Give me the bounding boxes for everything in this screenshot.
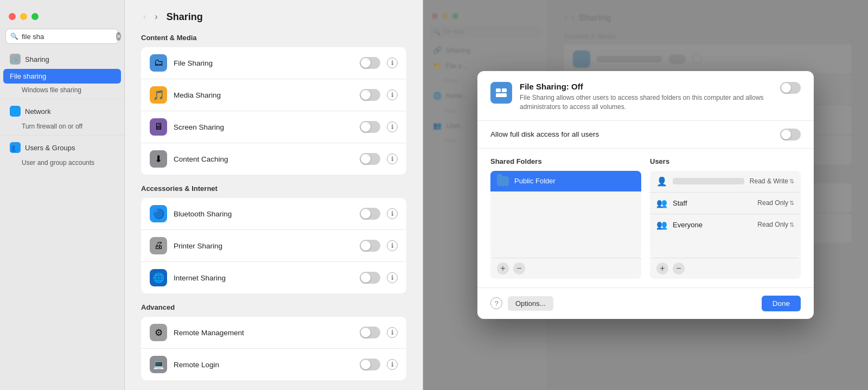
sidebar-sub-firewall-label: Turn firewall on or off	[22, 123, 82, 130]
modal-disk-toggle[interactable]	[780, 129, 801, 140]
page-title: Sharing	[167, 11, 203, 23]
remote-login-info-btn[interactable]: ℹ	[387, 359, 398, 370]
staff-stepper-icon: ⇅	[789, 200, 794, 206]
sidebar-sub-windows-file-sharing[interactable]: Windows file sharing	[0, 85, 124, 95]
add-shared-folder-button[interactable]: +	[497, 263, 509, 274]
sidebar-item-sharing[interactable]: 🔗 Sharing	[3, 50, 121, 68]
file-sharing-icon: 🗂	[150, 54, 167, 72]
remote-login-row[interactable]: 💻 Remote Login ℹ	[141, 349, 406, 380]
modal-footer: ? Options... Done	[477, 287, 814, 319]
done-button[interactable]: Done	[762, 296, 801, 311]
file-sharing-info-btn[interactable]: ℹ	[387, 57, 398, 68]
screen-sharing-icon: 🖥	[150, 118, 167, 136]
modal-overlay: File Sharing: Off File Sharing allows ot…	[423, 0, 868, 390]
sidebar-item-network-label: Network	[25, 107, 51, 116]
media-sharing-info-btn[interactable]: ℹ	[387, 89, 398, 100]
single-user-icon: 👤	[656, 176, 667, 187]
content-caching-info-btn[interactable]: ℹ	[387, 154, 398, 164]
bluetooth-sharing-toggle[interactable]	[360, 208, 380, 220]
staff-icon: 👥	[656, 198, 667, 208]
options-button[interactable]: Options...	[508, 296, 553, 311]
search-icon: 🔍	[10, 33, 18, 40]
remove-user-button[interactable]: −	[673, 263, 685, 274]
public-folder-item[interactable]: Public Folder	[490, 171, 641, 191]
search-input[interactable]	[22, 33, 113, 41]
modal-title: File Sharing: Off	[520, 82, 773, 91]
printer-sharing-row[interactable]: 🖨 Printer Sharing ℹ	[141, 230, 406, 262]
user1-item[interactable]: 👤 Read & Write ⇅	[650, 171, 801, 193]
close-button[interactable]	[9, 13, 16, 20]
shared-folders-actions: + −	[490, 258, 641, 279]
content-caching-toggle[interactable]	[360, 153, 380, 165]
shared-folders-header: Shared Folders	[490, 157, 641, 165]
modal-main-toggle[interactable]	[780, 82, 801, 94]
printer-sharing-info-btn[interactable]: ℹ	[387, 240, 398, 251]
internet-sharing-toggle[interactable]	[360, 272, 380, 284]
file-sharing-toggle[interactable]	[360, 57, 380, 69]
printer-sharing-toggle[interactable]	[360, 240, 380, 252]
everyone-item[interactable]: 👥 Everyone Read Only ⇅	[650, 214, 801, 235]
internet-sharing-row[interactable]: 🌐 Internet Sharing ℹ	[141, 262, 406, 293]
main-content: ‹ › Sharing Content & Media 🗂 File Shari…	[125, 0, 423, 390]
remote-management-info-btn[interactable]: ℹ	[387, 327, 398, 338]
public-folder-label: Public Folder	[514, 177, 635, 185]
everyone-permission-label: Read Only	[757, 221, 788, 228]
screen-sharing-toggle[interactable]	[360, 121, 380, 133]
sidebar-item-sharing-label: Sharing	[25, 55, 49, 63]
internet-sharing-label: Internet Sharing	[174, 274, 353, 282]
everyone-label: Everyone	[673, 221, 752, 229]
media-sharing-row[interactable]: 🎵 Media Sharing ℹ	[141, 79, 406, 111]
modal-body: Shared Folders Public Folder + − Users	[477, 149, 814, 287]
advanced-list: ⚙ Remote Management ℹ 💻 Remote Login ℹ	[141, 317, 406, 380]
accessories-internet-list: 🔵 Bluetooth Sharing ℹ 🖨 Printer Sharing …	[141, 198, 406, 293]
maximize-button[interactable]	[31, 13, 39, 20]
search-box[interactable]: 🔍 ✕	[5, 29, 119, 44]
bluetooth-sharing-info-btn[interactable]: ℹ	[387, 208, 398, 219]
modal-description: File Sharing allows other users to acces…	[520, 93, 773, 112]
media-sharing-label: Media Sharing	[174, 91, 353, 99]
printer-sharing-label: Printer Sharing	[174, 242, 353, 250]
screen-sharing-row[interactable]: 🖥 Screen Sharing ℹ	[141, 111, 406, 143]
nav-forward-button[interactable]: ›	[152, 11, 159, 23]
remote-login-toggle[interactable]	[360, 359, 380, 370]
remote-management-icon: ⚙	[150, 324, 167, 341]
content-media-list: 🗂 File Sharing ℹ 🎵 Media Sharing ℹ 🖥 Scr…	[141, 47, 406, 175]
screen-sharing-label: Screen Sharing	[174, 123, 353, 131]
remote-management-toggle[interactable]	[360, 327, 380, 338]
help-button[interactable]: ?	[490, 297, 502, 309]
screen-sharing-info-btn[interactable]: ℹ	[387, 122, 398, 132]
users-header: Users	[650, 157, 801, 165]
users-actions: + −	[650, 258, 801, 279]
svg-rect-1	[496, 93, 507, 97]
nav-back-button[interactable]: ‹	[141, 11, 148, 23]
window-controls	[0, 7, 124, 29]
bluetooth-icon: 🔵	[150, 205, 167, 222]
svg-rect-2	[502, 88, 507, 92]
remote-management-row[interactable]: ⚙ Remote Management ℹ	[141, 317, 406, 349]
everyone-permission[interactable]: Read Only ⇅	[757, 221, 794, 228]
everyone-stepper-icon: ⇅	[789, 222, 794, 228]
modal-disk-access-label: Allow full disk access for all users	[490, 130, 599, 138]
media-sharing-toggle[interactable]	[360, 89, 380, 101]
sidebar-item-users-groups[interactable]: 👥 Users & Groups	[3, 139, 121, 156]
user1-permission[interactable]: Read & Write ⇅	[750, 177, 794, 185]
add-user-button[interactable]: +	[656, 263, 668, 274]
remove-shared-folder-button[interactable]: −	[513, 263, 525, 274]
sidebar-item-file-sharing[interactable]: File sharing	[3, 69, 121, 84]
staff-item[interactable]: 👥 Staff Read Only ⇅	[650, 193, 801, 214]
sidebar-item-network[interactable]: 🌐 Network	[3, 103, 121, 120]
content-caching-row[interactable]: ⬇ Content Caching ℹ	[141, 143, 406, 175]
modal-header: File Sharing: Off File Sharing allows ot…	[477, 71, 814, 121]
sidebar-sub-user-group-accounts[interactable]: User and group accounts	[0, 157, 124, 168]
staff-permission[interactable]: Read Only ⇅	[757, 199, 794, 207]
internet-sharing-info-btn[interactable]: ℹ	[387, 272, 398, 283]
search-clear-button[interactable]: ✕	[116, 32, 121, 41]
sidebar-item-users-groups-label: Users & Groups	[25, 144, 75, 152]
staff-label: Staff	[673, 199, 752, 207]
bluetooth-sharing-row[interactable]: 🔵 Bluetooth Sharing ℹ	[141, 198, 406, 230]
sidebar-sub-firewall[interactable]: Turn firewall on or off	[0, 121, 124, 132]
file-sharing-row[interactable]: 🗂 File Sharing ℹ	[141, 47, 406, 79]
remote-management-label: Remote Management	[174, 329, 353, 337]
minimize-button[interactable]	[20, 13, 27, 20]
sidebar-item-file-sharing-label: File sharing	[10, 72, 46, 80]
